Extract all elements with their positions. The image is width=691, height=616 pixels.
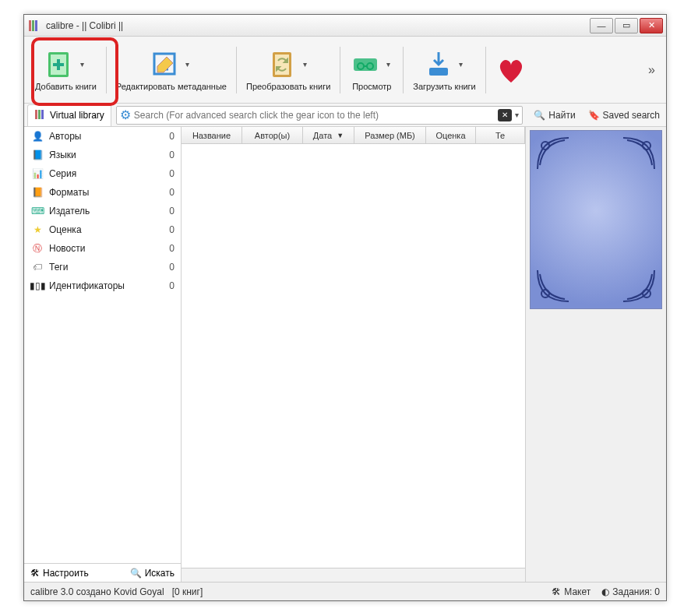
dropdown-icon[interactable]: ▾ xyxy=(182,49,193,80)
svg-rect-18 xyxy=(38,110,41,119)
gear-icon[interactable]: ⚙ xyxy=(120,107,131,122)
find-button[interactable]: 🔍 Найти xyxy=(527,110,581,121)
layout-button[interactable]: 🛠 Макет xyxy=(552,586,591,597)
separator xyxy=(403,47,404,93)
book-grid: Название Автор(ы) Дата▼ Размер (МБ) Оцен… xyxy=(182,127,526,582)
dropdown-icon[interactable]: ▾ xyxy=(76,49,87,80)
col-date[interactable]: Дата▼ xyxy=(303,127,354,143)
svg-rect-16 xyxy=(429,68,448,76)
language-icon: 📘 xyxy=(30,148,44,162)
books-icon xyxy=(34,108,47,123)
tool-label: Просмотр xyxy=(352,82,391,91)
separator xyxy=(236,47,237,93)
sidebar-item-tags[interactable]: 🏷Теги0 xyxy=(24,258,181,276)
horizontal-scrollbar[interactable] xyxy=(182,568,525,582)
col-tags[interactable]: Те xyxy=(476,127,525,143)
svg-rect-19 xyxy=(41,110,44,119)
separator xyxy=(106,47,107,93)
jobs-button[interactable]: ◐ Задания: 0 xyxy=(601,586,660,597)
sidebar-item-authors[interactable]: 👤Авторы0 xyxy=(24,127,181,146)
svg-rect-11 xyxy=(275,55,289,75)
news-icon: Ⓝ xyxy=(30,241,44,255)
glasses-icon xyxy=(350,49,381,80)
grid-header: Название Автор(ы) Дата▼ Размер (МБ) Оцен… xyxy=(182,127,525,144)
sidebar-item-formats[interactable]: 📙Форматы0 xyxy=(24,183,181,202)
series-icon: 📊 xyxy=(30,167,44,181)
sidebar-item-publisher[interactable]: ⌨Издатель0 xyxy=(24,202,181,220)
edit-icon xyxy=(150,49,181,80)
spinner-icon: ◐ xyxy=(601,586,609,597)
typewriter-icon: ⌨ xyxy=(30,204,44,218)
maximize-button[interactable]: ▭ xyxy=(615,18,638,33)
app-window: calibre - || Colibri || — ▭ ✕ ▾ Добавить… xyxy=(23,14,667,601)
tag-list: 👤Авторы0 📘Языки0 📊Серия0 📙Форматы0 ⌨Изда… xyxy=(24,127,181,563)
dropdown-icon[interactable]: ▾ xyxy=(515,111,519,119)
sidebar-item-rating[interactable]: ★Оценка0 xyxy=(24,220,181,239)
add-books-button[interactable]: ▾ Добавить книги xyxy=(30,46,101,94)
view-button[interactable]: ▾ Просмотр xyxy=(345,46,398,94)
close-button[interactable]: ✕ xyxy=(640,18,663,33)
saved-label: Saved search xyxy=(603,110,660,121)
col-authors[interactable]: Автор(ы) xyxy=(242,127,303,143)
wrench-icon: 🛠 xyxy=(30,568,40,579)
window-title: calibre - || Colibri || xyxy=(46,20,590,31)
tool-label: Редактировать метаданные xyxy=(116,82,227,91)
heart-icon xyxy=(495,55,527,86)
clear-search-button[interactable]: ✕ xyxy=(498,109,512,121)
barcode-icon: ▮▯▮ xyxy=(30,279,44,293)
search-button[interactable]: 🔍Искать xyxy=(130,568,175,579)
col-rating[interactable]: Оценка xyxy=(426,127,476,143)
sidebar-item-languages[interactable]: 📘Языки0 xyxy=(24,146,181,164)
col-size[interactable]: Размер (МБ) xyxy=(354,127,426,143)
dropdown-icon[interactable]: ▾ xyxy=(456,49,467,80)
sidebar-item-series[interactable]: 📊Серия0 xyxy=(24,164,181,183)
titlebar: calibre - || Colibri || — ▭ ✕ xyxy=(24,15,666,37)
convert-books-button[interactable]: ▾ Преобразовать книги xyxy=(241,46,335,94)
sidebar-item-news[interactable]: ⓃНовости0 xyxy=(24,239,181,258)
magnifier-icon: 🔍 xyxy=(534,110,545,121)
dropdown-icon[interactable]: ▾ xyxy=(383,49,393,80)
convert-icon xyxy=(266,49,298,80)
book-icon: 📙 xyxy=(30,185,44,199)
app-icon xyxy=(27,19,41,33)
svg-rect-0 xyxy=(29,20,31,31)
tool-label: Загрузить книги xyxy=(413,82,475,91)
sidebar-item-identifiers[interactable]: ▮▯▮Идентификаторы0 xyxy=(24,276,181,295)
status-bar: calibre 3.0 создано Kovid Goyal [0 книг]… xyxy=(24,582,666,600)
search-input[interactable] xyxy=(134,110,499,121)
wrench-icon: 🛠 xyxy=(552,586,561,597)
star-icon: ★ xyxy=(30,223,44,237)
vlib-label: Virtual library xyxy=(50,110,104,121)
sort-desc-icon: ▼ xyxy=(337,132,344,139)
grid-body[interactable] xyxy=(182,144,525,568)
virtual-library-button[interactable]: Virtual library xyxy=(27,104,111,126)
main-toolbar: ▾ Добавить книги ▾ Редактировать метадан… xyxy=(24,37,666,104)
configure-button[interactable]: 🛠Настроить xyxy=(30,568,89,579)
bookmark-icon: 🔖 xyxy=(588,110,600,121)
fetch-news-button[interactable]: ▾ Загрузить книги xyxy=(408,46,480,94)
search-bar: Virtual library ⚙ ✕ ▾ 🔍 Найти 🔖 Saved se… xyxy=(24,104,666,127)
tag-browser: 👤Авторы0 📘Языки0 📊Серия0 📙Форматы0 ⌨Изда… xyxy=(24,127,182,582)
svg-rect-17 xyxy=(35,110,37,119)
person-icon: 👤 xyxy=(30,129,44,143)
svg-marker-9 xyxy=(157,57,173,72)
minimize-button[interactable]: — xyxy=(590,18,613,33)
edit-metadata-button[interactable]: ▾ Редактировать метаданные xyxy=(111,46,231,94)
col-title[interactable]: Название xyxy=(182,127,242,143)
search-field-wrap: ⚙ ✕ ▾ xyxy=(116,106,524,125)
download-icon xyxy=(423,49,454,80)
tool-label: Преобразовать книги xyxy=(246,82,330,91)
donate-button[interactable] xyxy=(491,51,531,89)
cover-panel xyxy=(526,127,666,582)
svg-rect-1 xyxy=(32,20,34,31)
add-book-icon xyxy=(44,49,75,80)
body: 👤Авторы0 📘Языки0 📊Серия0 📙Форматы0 ⌨Изда… xyxy=(24,127,666,582)
saved-search-button[interactable]: 🔖 Saved search xyxy=(582,110,666,121)
separator xyxy=(340,47,340,93)
separator xyxy=(485,47,486,93)
cover-placeholder xyxy=(530,130,662,309)
sidebar-footer: 🛠Настроить 🔍Искать xyxy=(24,563,181,582)
svg-rect-6 xyxy=(53,63,64,66)
dropdown-icon[interactable]: ▾ xyxy=(299,49,310,80)
toolbar-overflow-button[interactable]: » xyxy=(648,63,660,77)
